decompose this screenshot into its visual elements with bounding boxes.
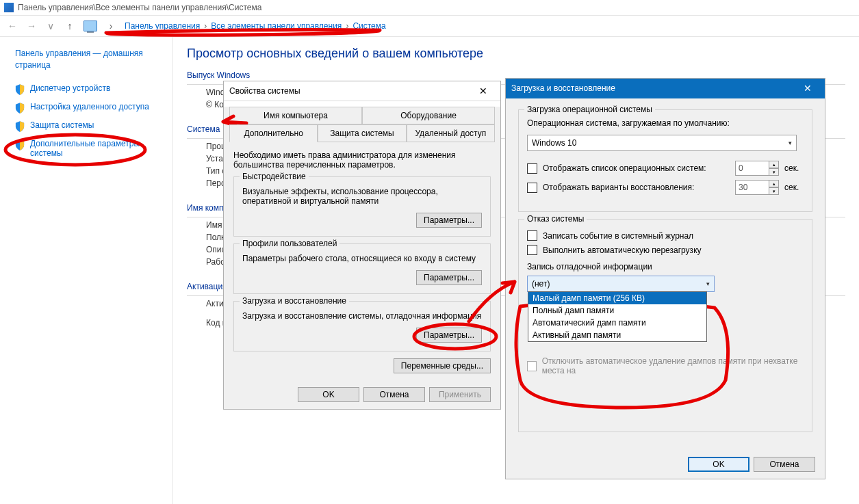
ok-button[interactable]: OK bbox=[298, 387, 359, 402]
default-os-select[interactable]: Windows 10 ▾ bbox=[527, 135, 797, 151]
system-properties-dialog: Свойства системы ✕ Имя компьютера Оборуд… bbox=[223, 81, 501, 410]
write-event-checkbox[interactable] bbox=[527, 230, 537, 241]
show-os-list-value[interactable] bbox=[735, 161, 769, 176]
auto-restart-checkbox[interactable] bbox=[527, 245, 537, 255]
breadcrumb: Панель управления › Все элементы панели … bbox=[125, 21, 386, 31]
control-panel-home-link[interactable]: Панель управления — домашняя страница bbox=[15, 48, 164, 71]
monitor-icon bbox=[84, 21, 97, 31]
group-legend: Быстродействие bbox=[240, 172, 309, 181]
group-boot: Загрузка операционной системы Операционн… bbox=[518, 109, 812, 212]
close-icon[interactable]: ✕ bbox=[472, 85, 495, 96]
dump-option-auto[interactable]: Автоматический дамп памяти bbox=[528, 317, 706, 329]
chevron-down-icon: ▾ bbox=[789, 140, 792, 146]
dump-option-active[interactable]: Активный дамп памяти bbox=[528, 329, 706, 341]
sidebar-item-device-manager[interactable]: Диспетчер устройств bbox=[15, 83, 164, 95]
disable-auto-delete-row: Отключить автоматическое удаление дампов… bbox=[527, 356, 804, 375]
sidebar-item-label: Диспетчер устройств bbox=[30, 83, 110, 93]
apply-button[interactable]: Применить bbox=[429, 387, 491, 402]
group-legend: Загрузка операционной системы bbox=[524, 105, 655, 114]
chevron-right-icon: › bbox=[346, 21, 348, 31]
sidebar-item-advanced[interactable]: Дополнительные параметры системы bbox=[15, 139, 164, 158]
dialog-footer: OK Отмена Применить bbox=[224, 380, 500, 409]
spin-up-icon[interactable]: ▴ bbox=[769, 161, 779, 168]
cancel-button[interactable]: Отмена bbox=[754, 457, 815, 472]
sidebar-item-label: Защита системы bbox=[30, 120, 94, 130]
show-os-list-checkbox[interactable] bbox=[527, 163, 537, 174]
group-legend: Отказ системы bbox=[524, 214, 587, 224]
sidebar-item-label: Настройка удаленного доступа bbox=[30, 102, 149, 111]
show-os-list-spin[interactable]: ▴▾ bbox=[735, 161, 779, 176]
close-icon[interactable]: ✕ bbox=[796, 83, 819, 94]
dump-type-dropdown: Малый дамп памяти (256 КВ) Полный дамп п… bbox=[528, 291, 707, 342]
disable-auto-delete-checkbox bbox=[527, 361, 537, 371]
group-performance: Быстродействие Визуальные эффекты, испол… bbox=[233, 176, 491, 237]
dialog-titlebar: Свойства системы ✕ bbox=[224, 81, 500, 101]
crumb-control-panel[interactable]: Панель управления bbox=[125, 21, 200, 31]
startup-params-button[interactable]: Параметры... bbox=[416, 328, 482, 343]
tab-protection[interactable]: Защита системы bbox=[318, 124, 406, 142]
up-icon[interactable]: ↑ bbox=[64, 21, 75, 31]
show-os-list-row: Отображать список операционных систем: ▴… bbox=[527, 161, 804, 176]
chevron-down-icon[interactable]: ∨ bbox=[45, 21, 56, 31]
dialog-titlebar: Загрузка и восстановление ✕ bbox=[506, 79, 825, 98]
shield-icon bbox=[15, 121, 25, 132]
show-recovery-value[interactable] bbox=[735, 180, 769, 195]
seconds-label: сек. bbox=[784, 163, 804, 173]
dump-info-label: Запись отладочной информации bbox=[527, 262, 804, 271]
group-desc: Загрузка и восстановление системы, отлад… bbox=[242, 311, 482, 321]
seconds-label: сек. bbox=[784, 183, 804, 192]
spin-up-icon[interactable]: ▴ bbox=[769, 180, 779, 187]
shield-icon bbox=[15, 84, 25, 95]
shield-icon bbox=[15, 140, 25, 150]
perf-params-button[interactable]: Параметры... bbox=[416, 213, 482, 228]
profiles-params-button[interactable]: Параметры... bbox=[416, 270, 482, 285]
cancel-button[interactable]: Отмена bbox=[363, 387, 425, 402]
sidebar-item-label: Дополнительные параметры системы bbox=[30, 139, 164, 158]
group-failure: Отказ системы Записать событие в системн… bbox=[518, 219, 812, 432]
auto-restart-label: Выполнить автоматическую перезагрузку bbox=[543, 246, 702, 255]
tab-advanced[interactable]: Дополнительно bbox=[229, 124, 318, 142]
dump-type-value: (нет) bbox=[532, 279, 550, 289]
dialog-title: Свойства системы bbox=[229, 86, 300, 96]
group-desc: Параметры рабочего стола, относящиеся ко… bbox=[242, 254, 482, 263]
show-recovery-row: Отображать варианты восстановления: ▴▾ с… bbox=[527, 180, 804, 195]
sidebar-item-remote[interactable]: Настройка удаленного доступа bbox=[15, 102, 164, 114]
shield-icon bbox=[15, 103, 25, 114]
group-legend: Загрузка и восстановление bbox=[240, 296, 349, 306]
dump-option-small[interactable]: Малый дамп памяти (256 КВ) bbox=[528, 292, 706, 304]
back-icon: ← bbox=[7, 21, 18, 31]
group-legend: Профили пользователей bbox=[240, 239, 339, 248]
window-title: Панель управления\Все элементы панели уп… bbox=[18, 3, 261, 12]
dialog-title: Загрузка и восстановление bbox=[511, 83, 615, 93]
write-event-label: Записать событие в системный журнал bbox=[543, 231, 693, 241]
chevron-right-icon: › bbox=[204, 21, 207, 31]
default-os-value: Windows 10 bbox=[532, 138, 576, 148]
show-recovery-checkbox[interactable] bbox=[527, 183, 537, 193]
sidebar-item-protection[interactable]: Защита системы bbox=[15, 120, 164, 132]
crumb-system[interactable]: Система bbox=[352, 21, 385, 31]
tab-remote[interactable]: Удаленный доступ bbox=[407, 124, 495, 142]
address-bar: ← → ∨ ↑ › Панель управления › Все элемен… bbox=[0, 16, 859, 37]
show-os-list-label: Отображать список операционных систем: bbox=[543, 163, 730, 173]
dump-type-select[interactable]: (нет) ▾ Малый дамп памяти (256 КВ) Полны… bbox=[527, 276, 715, 292]
sidebar: Панель управления — домашняя страница Ди… bbox=[0, 37, 173, 504]
show-recovery-label: Отображать варианты восстановления: bbox=[543, 183, 730, 192]
crumb-all-items[interactable]: Все элементы панели управления bbox=[211, 21, 342, 31]
group-profiles: Профили пользователей Параметры рабочего… bbox=[233, 243, 491, 294]
chevron-right-icon[interactable]: › bbox=[105, 21, 116, 31]
tab-hardware[interactable]: Оборудование bbox=[362, 107, 495, 124]
env-vars-button[interactable]: Переменные среды... bbox=[394, 358, 491, 373]
spin-down-icon[interactable]: ▾ bbox=[769, 187, 779, 195]
window-titlebar: Панель управления\Все элементы панели уп… bbox=[0, 0, 859, 16]
dump-option-full[interactable]: Полный дамп памяти bbox=[528, 304, 706, 317]
startup-recovery-dialog: Загрузка и восстановление ✕ Загрузка опе… bbox=[505, 78, 825, 479]
group-desc: Визуальные эффекты, использование процес… bbox=[242, 187, 482, 206]
group-startup: Загрузка и восстановление Загрузка и вос… bbox=[233, 301, 491, 352]
ok-button[interactable]: OK bbox=[688, 457, 749, 472]
show-recovery-spin[interactable]: ▴▾ bbox=[735, 180, 779, 195]
tab-computer-name[interactable]: Имя компьютера bbox=[229, 107, 362, 124]
page-title: Просмотр основных сведений о вашем компь… bbox=[187, 47, 845, 61]
spin-down-icon[interactable]: ▾ bbox=[769, 168, 779, 176]
dialog-footer: OK Отмена bbox=[506, 450, 825, 479]
chevron-down-icon: ▾ bbox=[706, 280, 710, 287]
